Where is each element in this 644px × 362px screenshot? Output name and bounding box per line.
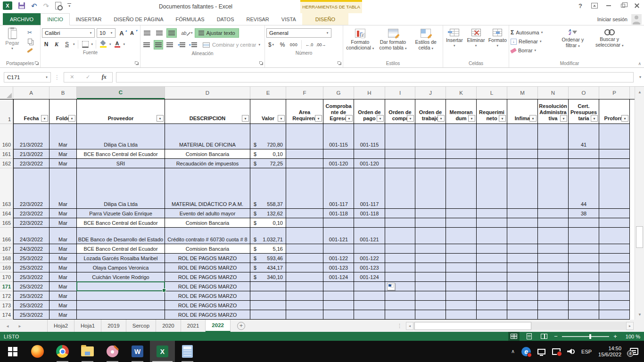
horizontal-scroll-track[interactable] [413, 322, 626, 330]
cell-B161[interactable]: Mar [50, 149, 77, 159]
cell-L174[interactable] [477, 310, 507, 320]
horizontal-scrollbar[interactable]: ◂ ▸ [406, 320, 644, 332]
cell-F162[interactable] [286, 159, 323, 168]
tab-diseño[interactable]: DISEÑO [302, 13, 348, 25]
cell-G163[interactable]: 001-117 [323, 168, 354, 209]
filter-button[interactable]: ▾ [560, 115, 567, 122]
row-number-161[interactable]: 161 [0, 149, 13, 159]
collapse-ribbon-button[interactable]: ∧ [638, 61, 641, 66]
cell-P173[interactable] [599, 301, 630, 310]
comma-format-button[interactable]: 000 [289, 40, 298, 49]
zoom-slider-handle[interactable] [589, 334, 591, 339]
filter-button[interactable]: ▾ [242, 115, 249, 122]
cell-F166[interactable] [286, 228, 323, 244]
cell-D164[interactable]: Evento del adulto mayor [165, 209, 250, 218]
cell-L173[interactable] [477, 301, 507, 310]
cell-L163[interactable] [477, 168, 507, 209]
merge-center-button[interactable]: Combinar y centrar▾ [200, 40, 263, 49]
cell-C171[interactable] [77, 282, 165, 291]
cell-F174[interactable] [286, 310, 323, 320]
cell-L161[interactable] [477, 149, 507, 159]
cell-L172[interactable] [477, 291, 507, 301]
filter-button[interactable]: ▾ [315, 115, 322, 122]
file-explorer-taskbar-button[interactable] [75, 341, 100, 362]
chrome-taskbar-button[interactable] [50, 341, 75, 362]
cell-D165[interactable]: Comision Bancaria [165, 218, 250, 228]
cell-E166[interactable]: $1.032,71 [250, 228, 286, 244]
cell-M163[interactable] [507, 168, 538, 209]
cell-L169[interactable] [477, 263, 507, 272]
cell-N172[interactable] [538, 291, 569, 301]
close-button[interactable] [630, 0, 644, 11]
cell-C161[interactable]: BCE Banco Central del Ecuador [77, 149, 165, 159]
header-M[interactable]: Infima▾ [507, 99, 538, 124]
cell-I160[interactable] [385, 124, 415, 149]
column-letter-I[interactable]: I [385, 87, 415, 99]
cell-F170[interactable] [286, 272, 323, 282]
save-button[interactable] [18, 2, 25, 9]
header-O[interactable]: Cert. Presupues taria▾ [569, 99, 599, 124]
word-taskbar-button[interactable]: W [125, 341, 150, 362]
cell-B174[interactable]: Mar [50, 310, 77, 320]
cell-A165[interactable]: 22/3/2022 [13, 218, 50, 228]
cell-I165[interactable] [385, 218, 415, 228]
cell-J162[interactable] [415, 159, 446, 168]
cell-B171[interactable]: Mar [50, 282, 77, 291]
cell-A173[interactable]: 25/3/2022 [13, 301, 50, 310]
filter-button[interactable]: ▾ [529, 115, 537, 122]
notification-center-button[interactable]: 4 [630, 348, 638, 355]
row-number-164[interactable]: 164 [0, 209, 13, 218]
bold-button[interactable]: N [42, 40, 50, 49]
tab-insertar[interactable]: INSERTAR [70, 13, 108, 25]
cell-H172[interactable] [354, 291, 385, 301]
cell-O160[interactable]: 41 [569, 124, 599, 149]
cell-C167[interactable]: BCE Banco Central del Ecuador [77, 244, 165, 254]
header-H[interactable]: Orden de pago▾ [354, 99, 385, 124]
cell-F160[interactable] [286, 124, 323, 149]
firefox-taskbar-button[interactable] [25, 341, 50, 362]
cell-K162[interactable] [446, 159, 477, 168]
cell-A172[interactable]: 25/3/2022 [13, 291, 50, 301]
cell-K174[interactable] [446, 310, 477, 320]
dialog-launcher-icon[interactable] [259, 61, 264, 66]
sheet-tab-hoja1[interactable]: Hoja1 [74, 320, 101, 332]
align-center-button[interactable] [154, 40, 164, 49]
cell-C174[interactable] [77, 310, 165, 320]
align-bottom-button[interactable] [166, 28, 177, 38]
cell-styles-button[interactable]: Estilos de celda ▾ [410, 27, 441, 59]
cell-J160[interactable] [415, 124, 446, 149]
header-L[interactable]: Requerimi neto▾ [477, 99, 507, 124]
header-I[interactable]: Orden de compr▾ [385, 99, 415, 124]
grow-font-button[interactable]: A▴ [117, 29, 126, 37]
column-letter-M[interactable]: M [507, 87, 538, 99]
cell-H162[interactable]: 001-120 [354, 159, 385, 168]
sheet-tab-hoja2[interactable]: Hoja2 [47, 320, 74, 332]
cell-H164[interactable]: 001-118 [354, 209, 385, 218]
cell-N162[interactable] [538, 159, 569, 168]
cell-D160[interactable]: MATERIAL DE OFICINA [165, 124, 250, 149]
tab-datos[interactable]: DATOS [211, 13, 240, 25]
cell-P166[interactable] [599, 228, 630, 244]
cell-C160[interactable]: Dilipa Cia Ltda [77, 124, 165, 149]
cell-J166[interactable] [415, 228, 446, 244]
cell-D163[interactable]: MATERIAL DIDÁCTICO P.A.M. [165, 168, 250, 209]
cell-N174[interactable] [538, 310, 569, 320]
calculator-taskbar-button[interactable] [175, 341, 200, 362]
row-number-168[interactable]: 168 [0, 254, 13, 263]
keyboard-language[interactable]: ESP [581, 349, 592, 354]
redo-button[interactable]: ↷ [43, 2, 50, 9]
minimize-button[interactable] [602, 0, 616, 11]
cell-E172[interactable] [250, 291, 286, 301]
row-number-170[interactable]: 170 [0, 272, 13, 282]
cell-E174[interactable] [250, 310, 286, 320]
cell-O166[interactable] [569, 228, 599, 244]
cell-F161[interactable] [286, 149, 323, 159]
italic-button[interactable]: K [52, 40, 61, 49]
cell-A169[interactable]: 25/3/2022 [13, 263, 50, 272]
row-number-171[interactable]: 171 [0, 282, 13, 291]
page-break-view-button[interactable] [538, 332, 550, 341]
row-number-167[interactable]: 167 [0, 244, 13, 254]
cell-M166[interactable] [507, 228, 538, 244]
page-layout-view-button[interactable] [523, 332, 535, 341]
row-number-166[interactable]: 166 [0, 228, 13, 244]
